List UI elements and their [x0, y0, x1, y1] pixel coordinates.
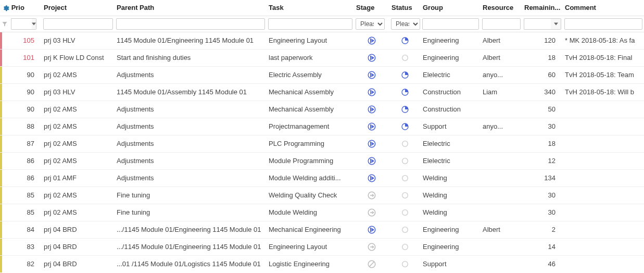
cell-status[interactable]	[389, 187, 421, 204]
cell-remaining: 30	[522, 118, 563, 135]
svg-point-41	[402, 262, 408, 267]
cell-stage[interactable]	[354, 83, 389, 101]
header-remaining[interactable]: Remainin...	[522, 0, 563, 16]
priority-flag-icon	[0, 170, 2, 187]
cell-parent: 1145 Module 01/Assembly 1145 Module 01	[115, 83, 267, 101]
cell-prio: 85	[27, 191, 34, 199]
header-group[interactable]: Group	[421, 0, 481, 16]
filter-status-select[interactable]: Pleas	[391, 18, 420, 30]
cell-status[interactable]	[389, 238, 421, 255]
cell-group: Support	[421, 118, 481, 135]
cell-prio: 105	[23, 36, 34, 44]
table-row[interactable]: 101prj K Flow LD ConstStart and finishin…	[0, 49, 644, 66]
cell-task: Electric Assembly	[267, 66, 354, 83]
header-project[interactable]: Project	[42, 0, 115, 16]
cell-remaining: 340	[522, 83, 563, 101]
cell-stage[interactable]	[354, 255, 389, 272]
cell-stage[interactable]	[354, 135, 389, 152]
cell-task: Module Welding additi...	[267, 169, 354, 187]
cell-status[interactable]	[389, 101, 421, 118]
filter-prio-input[interactable]	[11, 18, 32, 30]
funnel-icon[interactable]	[2, 20, 10, 28]
cell-stage[interactable]	[354, 49, 389, 66]
table-row[interactable]: 87prj 02 AMSAdjustmentsPLC ProgrammingEl…	[0, 135, 644, 152]
table-row[interactable]: 90prj 02 AMSAdjustmentsElectric Assembly…	[0, 66, 644, 83]
cell-project: prj 04 BRD	[42, 238, 115, 255]
filter-parent-input[interactable]	[116, 18, 265, 30]
header-comment[interactable]: Comment	[563, 0, 644, 16]
filter-resource-input[interactable]	[482, 18, 521, 30]
cell-stage[interactable]	[354, 187, 389, 204]
cell-status[interactable]	[389, 255, 421, 272]
table-row[interactable]: 86prj 01 AMFAdjustmentsModule Welding ad…	[0, 169, 644, 187]
table-row[interactable]: 85prj 02 AMSFine tuningModule WeldingWel…	[0, 204, 644, 221]
header-stage[interactable]: Stage	[354, 0, 389, 16]
svg-point-23	[402, 158, 408, 164]
header-prio[interactable]: Prio	[11, 4, 24, 11]
table-row[interactable]: 90prj 02 AMSAdjustmentsMechanical Assemb…	[0, 101, 644, 118]
status-empty-icon	[401, 242, 409, 250]
cell-status[interactable]	[389, 169, 421, 187]
table-row[interactable]: 85prj 02 AMSFine tuningWelding Quality C…	[0, 187, 644, 204]
cell-stage[interactable]	[354, 204, 389, 221]
filter-comment-input[interactable]	[564, 18, 642, 30]
cell-resource	[481, 255, 522, 272]
cell-status[interactable]	[389, 83, 421, 101]
cell-comment	[563, 118, 644, 135]
cell-status[interactable]	[389, 152, 421, 169]
cell-prio: 87	[27, 140, 34, 147]
filter-remaining-input[interactable]	[524, 18, 551, 30]
cell-parent: Adjustments	[115, 152, 267, 169]
cell-stage[interactable]	[354, 221, 389, 238]
header-task[interactable]: Task	[267, 0, 354, 16]
status-empty-icon	[401, 53, 409, 61]
cell-comment	[563, 169, 644, 187]
header-status[interactable]: Status	[389, 0, 421, 16]
cell-parent: ...01 /1145 Module 01/Logistics 1145 Mod…	[115, 255, 267, 272]
cell-status[interactable]	[389, 135, 421, 152]
cell-task: Module Welding	[267, 204, 354, 221]
gear-icon[interactable]	[2, 4, 11, 11]
cell-parent: Fine tuning	[115, 187, 267, 204]
cell-stage[interactable]	[354, 101, 389, 118]
filter-stage-select[interactable]: Pleas	[356, 18, 385, 30]
cell-resource	[481, 187, 522, 204]
cell-prio: 86	[27, 157, 34, 165]
table-row[interactable]: 88prj 02 AMSAdjustmentsProjectmanagement…	[0, 118, 644, 135]
cell-group: Engineering	[421, 32, 481, 49]
cell-status[interactable]	[389, 32, 421, 49]
filter-group-input[interactable]	[422, 18, 479, 30]
cell-status[interactable]	[389, 204, 421, 221]
cell-status[interactable]	[389, 49, 421, 66]
cell-group: Elelectric	[421, 152, 481, 169]
cell-status[interactable]	[389, 118, 421, 135]
cell-prio: 83	[27, 243, 34, 251]
cell-stage[interactable]	[354, 32, 389, 49]
table-row[interactable]: 90prj 03 HLV1145 Module 01/Assembly 1145…	[0, 83, 644, 101]
filter-remaining-dropdown[interactable]	[551, 18, 561, 30]
stage-arrow-blue-icon	[367, 36, 376, 44]
cell-stage[interactable]	[354, 118, 389, 135]
table-row[interactable]: 86prj 02 AMSAdjustmentsModule Programmin…	[0, 152, 644, 169]
header-parent[interactable]: Parent Path	[115, 0, 267, 16]
stage-arrow-blue-icon	[367, 225, 376, 233]
cell-status[interactable]	[389, 66, 421, 83]
cell-status[interactable]	[389, 221, 421, 238]
header-resource[interactable]: Resource	[481, 0, 522, 16]
cell-stage[interactable]	[354, 238, 389, 255]
filter-project-input[interactable]	[43, 18, 113, 30]
stage-arrow-blue-icon	[367, 139, 376, 147]
cell-stage[interactable]	[354, 152, 389, 169]
cell-comment: TvH 2018-05-18: Will b	[563, 83, 644, 101]
filter-task-input[interactable]	[268, 18, 352, 30]
table-row[interactable]: 105prj 03 HLV1145 Module 01/Engineering …	[0, 32, 644, 49]
table-row[interactable]: 82prj 04 BRD...01 /1145 Module 01/Logist…	[0, 255, 644, 272]
svg-point-26	[402, 175, 408, 181]
table-row[interactable]: 84prj 04 BRD.../1145 Module 01/Engineeri…	[0, 221, 644, 238]
priority-flag-icon	[0, 256, 2, 273]
cell-stage[interactable]	[354, 169, 389, 187]
filter-prio-dropdown[interactable]	[32, 18, 36, 30]
priority-flag-icon	[0, 221, 2, 238]
cell-stage[interactable]	[354, 66, 389, 83]
table-row[interactable]: 83prj 04 BRD.../1145 Module 01/Engineeri…	[0, 238, 644, 255]
